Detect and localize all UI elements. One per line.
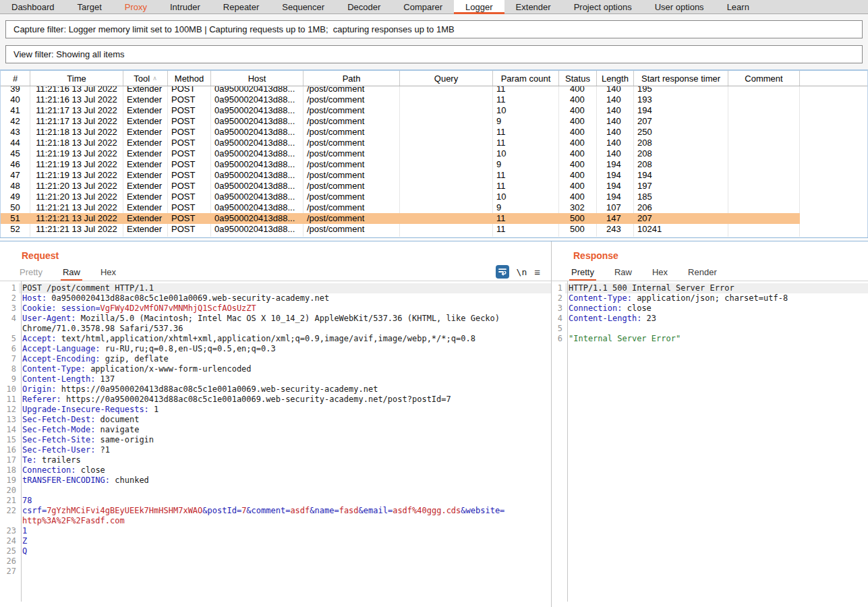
tab-project-options[interactable]: Project options [562, 0, 643, 13]
column-header-param-count[interactable]: Param count [493, 71, 559, 86]
response-code-segment: Content-Length: [569, 314, 641, 323]
log-row-46[interactable]: 4611:21:19 13 Jul 2022ExtenderPOST0a9500… [1, 159, 867, 170]
cell-query-row-45 [400, 148, 493, 159]
prettify-icon[interactable] [496, 265, 509, 279]
cell-status-row-44: 400 [559, 138, 597, 148]
log-row-52[interactable]: 5211:21:21 13 Jul 2022ExtenderPOST0a9500… [1, 224, 867, 235]
response-tab-pretty[interactable]: Pretty [569, 263, 596, 281]
cell-time-row-51: 11:21:21 13 Jul 2022 [30, 213, 123, 224]
response-line-number: 4 [552, 314, 565, 324]
cell-path-row-48: /post/comment [303, 181, 400, 192]
request-line-code: Accept-Language: ru-RU,ru;q=0.8,en-US;q=… [19, 344, 551, 354]
request-line-number: 23 [0, 526, 19, 536]
cell-comment-row-49 [728, 192, 800, 202]
tab-proxy[interactable]: Proxy [113, 0, 158, 13]
request-tab-hex[interactable]: Hex [98, 263, 118, 281]
column-header-start-response-timer[interactable]: Start response timer [634, 71, 728, 86]
tab-learn[interactable]: Learn [716, 0, 761, 13]
response-code-segment: close [622, 304, 651, 313]
cell-comment-row-43 [728, 127, 800, 138]
cell-method-row-47: POST [168, 170, 211, 181]
column-header-status[interactable]: Status [559, 71, 597, 86]
response-line-2: 2Content-Type: application/json; charset… [552, 293, 868, 304]
request-code-segment: Sec-Fetch-Dest: [22, 415, 95, 424]
editor-menu-icon[interactable]: ≡ [534, 266, 540, 278]
request-line-10: 10Origin: https://0a9500020413d88ac08c5c… [0, 384, 551, 395]
tab-sequencer[interactable]: Sequencer [270, 0, 336, 13]
cell-length-row-53: 147 [597, 235, 634, 237]
log-row-51[interactable]: 5111:21:21 13 Jul 2022ExtenderPOST0a9500… [1, 213, 867, 224]
request-tab-pretty[interactable]: Pretty [18, 263, 45, 281]
response-line-4: 4Content-Length: 23 [552, 314, 868, 324]
column-header-method[interactable]: Method [168, 71, 211, 86]
response-panel: Response PrettyRawHexRender 1HTTP/1.1 50… [552, 241, 868, 607]
log-row-48[interactable]: 4811:21:20 13 Jul 2022ExtenderPOST0a9500… [1, 181, 867, 192]
request-tab-raw[interactable]: Raw [61, 263, 82, 281]
request-tab-bar: \n ≡ PrettyRawHex [0, 263, 551, 281]
response-tab-render[interactable]: Render [686, 263, 719, 281]
log-row-41[interactable]: 4111:21:17 13 Jul 2022ExtenderPOST0a9500… [1, 105, 867, 116]
cell-host-row-39: 0a9500020413d88... [211, 86, 303, 94]
tab-intruder[interactable]: Intruder [158, 0, 212, 13]
cell-host-row-40: 0a9500020413d88... [211, 94, 303, 105]
column-header-host[interactable]: Host [211, 71, 303, 86]
log-row-49[interactable]: 4911:21:20 13 Jul 2022ExtenderPOST0a9500… [1, 192, 867, 202]
cell-time-row-50: 11:21:21 13 Jul 2022 [30, 202, 123, 213]
cell-comment-row-53 [728, 235, 800, 237]
log-row-43[interactable]: 4311:21:18 13 Jul 2022ExtenderPOST0a9500… [1, 127, 867, 138]
log-row-45[interactable]: 4511:21:19 13 Jul 2022ExtenderPOST0a9500… [1, 148, 867, 159]
log-row-47[interactable]: 4711:21:19 13 Jul 2022ExtenderPOST0a9500… [1, 170, 867, 181]
log-row-42[interactable]: 4211:21:17 13 Jul 2022ExtenderPOST0a9500… [1, 116, 867, 127]
cell-path-row-42: /post/comment [303, 116, 400, 127]
log-row-53[interactable]: 5311:21:22 13 Jul 2022ExtenderPOST0a9500… [1, 235, 867, 237]
request-code-segment: tRANSFER-ENCODING: [22, 475, 110, 485]
tab-logger[interactable]: Logger [454, 0, 504, 13]
cell-status-row-47: 400 [559, 170, 597, 181]
response-editor[interactable]: 1HTTP/1.1 500 Internal Server Error2Cont… [552, 281, 868, 602]
column-header-path[interactable]: Path [303, 71, 400, 86]
column-header-comment[interactable]: Comment [728, 71, 800, 86]
request-editor[interactable]: 1POST /post/comment HTTP/1.12Host: 0a950… [0, 281, 551, 602]
column-header-query[interactable]: Query [400, 71, 493, 86]
request-line-4: 4User-Agent: Mozilla/5.0 (Macintosh; Int… [0, 314, 551, 324]
request-line-number [0, 516, 19, 526]
view-filter-bar[interactable]: View filter: Showing all items [5, 45, 863, 63]
cell-comment-row-40 [728, 94, 800, 105]
tab-target[interactable]: Target [66, 0, 113, 13]
response-tab-hex[interactable]: Hex [650, 263, 670, 281]
cell-timer-row-48: 197 [634, 181, 728, 192]
cell-path-row-49: /post/comment [303, 192, 400, 202]
response-tab-raw[interactable]: Raw [612, 263, 634, 281]
request-line-20: 20 [0, 486, 551, 496]
request-line-code: POST /post/comment HTTP/1.1 [19, 283, 551, 293]
log-row-40[interactable]: 4011:21:16 13 Jul 2022ExtenderPOST0a9500… [1, 94, 867, 105]
log-row-50[interactable]: 5011:21:21 13 Jul 2022ExtenderPOST0a9500… [1, 202, 867, 213]
tab-decoder[interactable]: Decoder [336, 0, 392, 13]
request-line-code: Cookie: session=VgFWy4D2vMfON7vMNMhjQ1Sc… [19, 304, 551, 314]
request-line-number: 4 [0, 314, 19, 324]
tab-extender[interactable]: Extender [504, 0, 562, 13]
newline-toggle-icon[interactable]: \n [517, 267, 527, 277]
log-row-44[interactable]: 4411:21:18 13 Jul 2022ExtenderPOST0a9500… [1, 138, 867, 148]
column-header-tool[interactable]: Tool∧ [123, 71, 168, 86]
capture-filter-bar[interactable]: Capture filter: Logger memory limit set … [5, 20, 863, 38]
cell-timer-row-53: 222 [634, 235, 728, 237]
cell-timer-row-43: 250 [634, 127, 728, 138]
tab-dashboard[interactable]: Dashboard [0, 0, 66, 13]
tab-comparer[interactable]: Comparer [392, 0, 454, 13]
log-row-39[interactable]: 3911:21:16 13 Jul 2022ExtenderPOST0a9500… [1, 86, 867, 94]
response-line-number: 2 [552, 293, 565, 304]
column-header-length[interactable]: Length [597, 71, 634, 86]
cell-host-row-41: 0a9500020413d88... [211, 105, 303, 116]
column-header-time[interactable]: Time [30, 71, 123, 86]
cell-status-row-46: 400 [559, 159, 597, 170]
column-header-blank[interactable]: # [1, 71, 30, 86]
request-line-7: 7Accept-Encoding: gzip, deflate [0, 354, 551, 364]
request-line-code: Chrome/71.0.3578.98 Safari/537.36 [19, 324, 551, 334]
tab-repeater[interactable]: Repeater [212, 0, 270, 13]
main-tab-bar: DashboardTargetProxyIntruderRepeaterSequ… [0, 0, 868, 14]
tab-user-options[interactable]: User options [643, 0, 716, 13]
request-code-segment: http%3A%2F%2Fasdf.com [22, 516, 125, 525]
column-label-host: Host [248, 74, 266, 84]
cell-query-row-41 [400, 105, 493, 116]
